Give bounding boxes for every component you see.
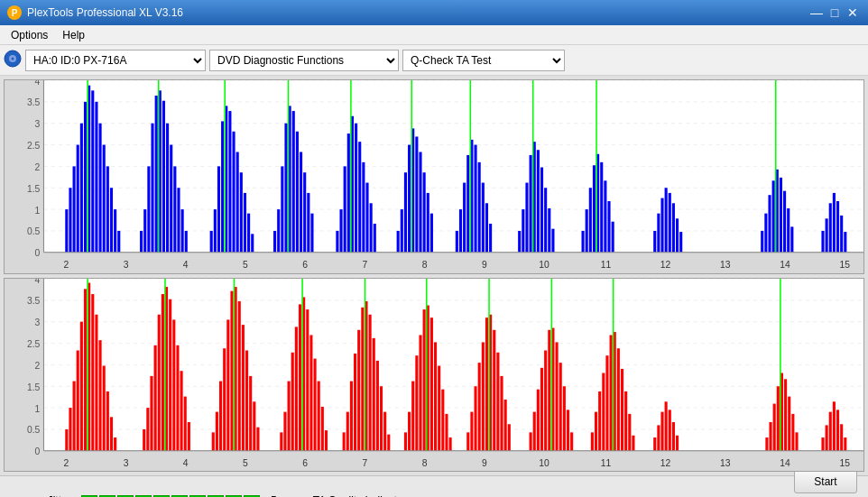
svg-rect-135 [657, 214, 660, 253]
svg-rect-332 [791, 413, 794, 450]
svg-rect-251 [343, 432, 346, 450]
top-chart-panel: 4 3.5 3 2.5 2 1.5 1 0.5 0 [4, 79, 864, 274]
svg-text:0.5: 0.5 [27, 424, 40, 436]
svg-rect-341 [844, 437, 846, 451]
svg-text:3: 3 [124, 258, 129, 270]
svg-rect-148 [783, 191, 786, 253]
svg-rect-139 [672, 203, 675, 253]
svg-rect-150 [790, 226, 793, 252]
svg-rect-213 [158, 314, 161, 450]
svg-rect-306 [595, 411, 597, 450]
svg-rect-242 [299, 304, 301, 450]
svg-rect-154 [829, 203, 832, 253]
svg-text:6: 6 [302, 456, 308, 468]
svg-rect-156 [836, 201, 839, 253]
svg-rect-48 [170, 145, 172, 253]
device-select[interactable]: HA:0 ID:0 PX-716A [25, 50, 206, 71]
svg-rect-339 [836, 410, 839, 450]
start-button[interactable]: Start [794, 470, 857, 493]
jitter-label: Jitter: [11, 494, 74, 498]
toolbar: HA:0 ID:0 PX-716A DVD Diagnostic Functio… [0, 45, 868, 76]
svg-rect-114 [522, 209, 524, 253]
svg-rect-26 [73, 166, 76, 252]
svg-text:0: 0 [35, 445, 41, 456]
svg-rect-124 [581, 231, 584, 253]
svg-rect-96 [415, 136, 418, 252]
svg-rect-89 [374, 224, 376, 253]
function-select[interactable]: DVD Diagnostic Functions [209, 50, 399, 71]
svg-text:9: 9 [482, 258, 487, 270]
svg-rect-86 [362, 162, 365, 253]
svg-text:3: 3 [35, 316, 41, 327]
svg-rect-206 [110, 417, 113, 450]
svg-rect-239 [288, 381, 291, 450]
svg-rect-272 [430, 318, 433, 451]
svg-rect-282 [478, 363, 481, 451]
test-select[interactable]: Q-Check TA Test [402, 50, 565, 71]
svg-text:12: 12 [660, 258, 671, 270]
svg-point-4 [12, 58, 14, 60]
svg-text:13: 13 [720, 258, 731, 270]
svg-rect-52 [185, 231, 188, 253]
svg-rect-237 [280, 432, 282, 450]
svg-rect-136 [660, 198, 663, 253]
maximize-button[interactable]: □ [826, 5, 843, 21]
svg-rect-57 [221, 121, 224, 252]
menu-options[interactable]: Options [4, 27, 55, 43]
svg-text:14: 14 [780, 258, 790, 270]
svg-rect-59 [228, 111, 231, 253]
svg-rect-289 [504, 400, 507, 451]
metrics-area: Jitter: 5 Peak Shift: [11, 494, 277, 498]
svg-rect-79 [336, 231, 338, 253]
svg-rect-336 [826, 425, 828, 450]
svg-rect-195 [69, 408, 71, 451]
svg-rect-144 [768, 195, 771, 253]
svg-rect-335 [821, 437, 824, 451]
svg-rect-290 [508, 424, 511, 451]
svg-rect-259 [373, 337, 375, 450]
svg-rect-231 [242, 325, 245, 451]
svg-rect-247 [318, 381, 320, 450]
svg-rect-221 [188, 421, 190, 450]
svg-rect-109 [482, 183, 485, 253]
app-icon: P [7, 5, 22, 20]
svg-rect-286 [493, 329, 495, 450]
svg-rect-115 [525, 183, 528, 253]
svg-rect-308 [602, 373, 605, 450]
svg-text:1.5: 1.5 [27, 182, 40, 194]
svg-rect-143 [764, 214, 767, 253]
svg-rect-74 [300, 152, 302, 252]
svg-rect-315 [628, 413, 631, 450]
svg-rect-232 [245, 350, 248, 450]
minimize-button[interactable]: — [808, 5, 825, 21]
svg-rect-314 [624, 391, 627, 450]
svg-rect-47 [166, 124, 169, 253]
svg-text:2.5: 2.5 [27, 140, 40, 152]
svg-rect-34 [103, 145, 106, 253]
svg-rect-54 [210, 231, 213, 253]
svg-rect-256 [361, 307, 364, 450]
svg-rect-280 [470, 411, 473, 450]
svg-rect-214 [162, 294, 164, 451]
svg-rect-63 [244, 193, 246, 253]
svg-rect-275 [441, 389, 444, 450]
svg-rect-245 [309, 335, 312, 450]
svg-rect-107 [474, 145, 476, 253]
menu-help[interactable]: Help [55, 27, 92, 43]
svg-rect-204 [103, 365, 106, 450]
svg-rect-118 [537, 150, 540, 253]
jitter-value: 5 [271, 494, 277, 498]
svg-rect-197 [77, 350, 79, 450]
svg-text:13: 13 [720, 456, 731, 468]
svg-rect-88 [370, 203, 373, 253]
svg-rect-100 [430, 214, 433, 253]
svg-rect-153 [826, 218, 828, 252]
svg-rect-265 [404, 432, 407, 450]
svg-rect-309 [605, 355, 608, 451]
svg-rect-155 [833, 193, 836, 253]
svg-rect-35 [106, 166, 109, 252]
bottom-chart-svg: 4 3.5 3 2.5 2 1.5 1 0.5 0 [5, 279, 863, 472]
close-button[interactable]: ✕ [845, 5, 861, 21]
svg-rect-202 [95, 314, 97, 450]
svg-rect-43 [151, 124, 153, 253]
